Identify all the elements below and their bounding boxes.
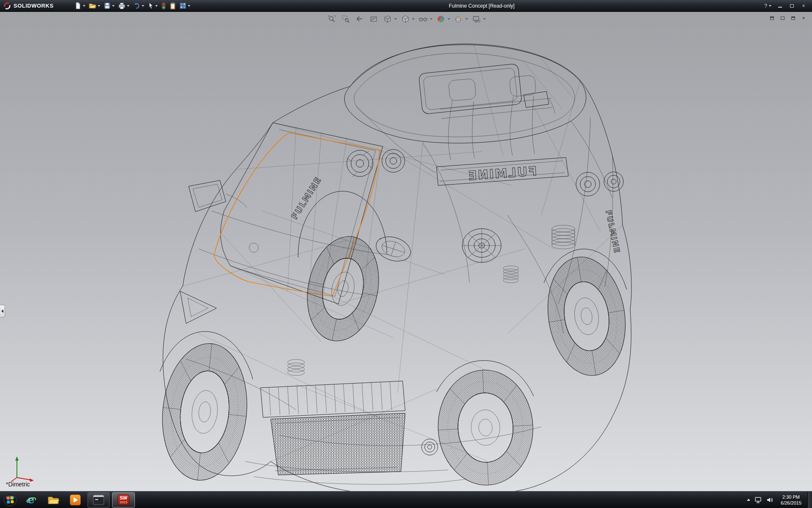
decal-side-fulmine: FULMINE	[604, 209, 622, 254]
view-orientation-cube-icon	[384, 15, 392, 23]
view-orientation-button[interactable]	[382, 14, 393, 24]
taskbar-item-solidworks[interactable]: SW 2015	[112, 492, 135, 508]
taskbar-item-command-prompt[interactable]	[88, 492, 110, 508]
volume-icon[interactable]	[766, 497, 773, 503]
new-document-button[interactable]	[73, 1, 87, 11]
select-cursor-icon	[148, 2, 154, 9]
section-view-button[interactable]	[368, 14, 379, 24]
minimize-button[interactable]	[775, 2, 785, 10]
model-left-lamp-cluster[interactable]	[180, 243, 258, 323]
previous-view-button[interactable]	[354, 14, 365, 24]
model-spring-left[interactable]	[288, 359, 304, 375]
model-grille[interactable]	[261, 381, 405, 475]
triad-y-axis-icon	[15, 456, 19, 461]
title-bar: SOLIDWORKS	[0, 0, 812, 12]
model-steering-wheel[interactable]	[373, 232, 414, 265]
dropdown-arrow-icon	[430, 18, 433, 20]
taskbar: e SW 2015	[0, 491, 812, 508]
dropdown-arrow-icon	[769, 5, 771, 7]
model-motor[interactable]	[462, 229, 501, 262]
hide-show-items-button[interactable]	[418, 14, 429, 24]
maximize-button[interactable]	[787, 2, 797, 10]
model-emblem[interactable]	[422, 439, 438, 455]
model-headlights-left[interactable]	[347, 149, 405, 177]
dropdown-arrow-icon	[448, 18, 450, 20]
print-button[interactable]	[117, 1, 131, 11]
model-wheel-rear-left[interactable]	[156, 340, 254, 485]
view-settings-button[interactable]	[471, 14, 482, 24]
app-logo: SOLIDWORKS	[0, 2, 54, 10]
clock-date: 6/26/2015	[781, 500, 801, 506]
print-icon	[118, 2, 126, 9]
doc-minimize-icon	[781, 17, 785, 20]
zoom-to-area-button[interactable]	[340, 14, 351, 24]
rebuild-button[interactable]	[160, 1, 167, 11]
internet-explorer-icon: e	[26, 494, 37, 505]
doc-window-minimize-button[interactable]	[779, 15, 786, 21]
triad-x-axis-icon	[30, 478, 34, 482]
heads-up-view-toolbar	[326, 14, 486, 24]
edit-appearance-button[interactable]	[436, 14, 447, 24]
show-desktop-button[interactable]	[807, 491, 812, 508]
dropdown-arrow-icon	[188, 5, 190, 7]
taskbar-item-internet-explorer[interactable]: e	[22, 492, 41, 508]
save-button[interactable]	[102, 1, 116, 11]
taskbar-item-media-player[interactable]	[66, 492, 85, 508]
apply-scene-button[interactable]	[453, 14, 464, 24]
close-button[interactable]: ×	[798, 2, 809, 10]
glasses-icon	[419, 15, 428, 23]
doc-window-menu-button[interactable]	[768, 15, 775, 21]
dropdown-arrow-icon	[395, 18, 397, 20]
undo-button[interactable]	[132, 1, 145, 11]
zoom-to-fit-button[interactable]	[326, 14, 337, 24]
section-view-icon	[370, 15, 378, 23]
hidden-icons-arrow-icon[interactable]	[747, 499, 750, 501]
start-button[interactable]	[0, 491, 20, 508]
taskbar-clock[interactable]: 2:30 PM 6/26/2015	[777, 494, 805, 506]
model-wheel-rear-right[interactable]	[435, 367, 536, 487]
wireframe-model-canvas[interactable]: FULMINE FULMINE FULMINE	[0, 12, 812, 491]
window-titlebar-icon	[93, 495, 104, 497]
save-icon	[104, 2, 111, 9]
sw-year-badge: 2015	[120, 500, 127, 504]
graphics-viewport[interactable]: ×	[0, 12, 812, 491]
doc-window-close-button[interactable]: ×	[800, 15, 807, 21]
options-grid-icon	[179, 2, 187, 9]
zoom-to-fit-icon	[328, 15, 336, 23]
scene-ball-icon	[455, 15, 463, 23]
minimize-icon	[778, 7, 782, 8]
model-construction-lines	[183, 44, 623, 461]
feature-pane-collapse-tab[interactable]	[0, 305, 5, 318]
dropdown-arrow-icon	[127, 5, 129, 7]
help-label: ?	[764, 3, 767, 9]
model-wheel-front-left[interactable]	[298, 230, 388, 348]
model-spring-center[interactable]	[503, 266, 518, 283]
model-seats[interactable]	[440, 75, 552, 160]
zoom-to-area-icon	[342, 15, 350, 23]
view-settings-icon	[472, 15, 481, 23]
media-player-icon	[70, 494, 81, 505]
display-style-button[interactable]	[400, 14, 411, 24]
help-button[interactable]: ?	[763, 3, 773, 9]
model-front-band[interactable]: FULMINE	[436, 157, 568, 185]
doc-window-restore-button[interactable]	[790, 15, 796, 21]
model-mirror-right[interactable]	[524, 91, 555, 113]
network-icon[interactable]	[754, 497, 762, 503]
options-button[interactable]	[178, 1, 192, 11]
dropdown-arrow-icon	[142, 5, 144, 7]
select-button[interactable]	[146, 1, 159, 11]
open-button[interactable]	[88, 1, 102, 11]
dropdown-arrow-icon	[483, 18, 486, 20]
command-prompt-icon	[93, 495, 104, 505]
prompt-cursor-icon	[95, 499, 98, 500]
model-wheel-front-right[interactable]	[540, 251, 634, 381]
model-spring-right[interactable]	[552, 225, 575, 249]
reference-triad	[8, 453, 38, 483]
dropdown-arrow-icon	[155, 5, 158, 7]
clipboard-button[interactable]	[168, 1, 177, 11]
dropdown-arrow-icon	[466, 18, 468, 20]
taskbar-item-file-explorer[interactable]	[44, 492, 63, 508]
model-headlights-right[interactable]	[576, 172, 623, 196]
app-name: SOLIDWORKS	[14, 3, 54, 9]
document-title: Fulmine Concept [Read-only]	[449, 3, 514, 9]
